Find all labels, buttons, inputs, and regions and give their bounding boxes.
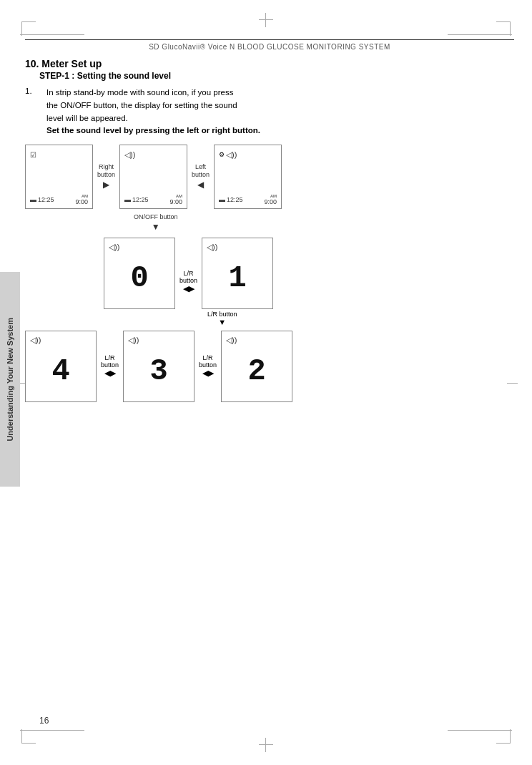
onoff-label-wrapper: ON/OFF button ▼ [131,213,514,233]
numbered-item-1: 1. In strip stand-by mode with sound ico… [25,87,514,137]
lcd-display-2: ◁)) ▬ 12:25 AM 9:00 [119,145,187,209]
corner-mark-tl [21,21,36,36]
top-rule-left [20,34,84,35]
header-title: SD GlucoNavii® Voice N BLOOD GLUCOSE MON… [25,43,514,51]
bottom-display-row: ◁)) 4 L/Rbutton ◀▶ ◁)) [25,331,514,402]
lcd-display-3: ⚙ ◁)) ▬ 12:25 AM 9:00 [214,145,282,209]
crosshair-bottom [259,738,273,752]
lr-text-3: L/Rbutton [199,354,217,369]
left-button-text: Leftbutton [192,163,210,180]
lcd-display-1: ☑ ▬ 12:25 AM 9:00 [25,145,93,209]
middle-display-row: ◁)) 0 L/Rbutton ◀▶ ◁)) [104,238,514,326]
section-heading: 10. Meter Set up [25,58,514,69]
left-button-label: Leftbutton ◀ [192,163,210,191]
lcd-time-right-2: 9:00 [170,198,183,205]
lr-label-3: L/Rbutton ◀▶ [199,354,217,378]
sound-icon-3: ◁)) [226,150,237,160]
gear-icon-3: ⚙ [219,151,225,158]
lr-label-1: L/Rbutton ◀▶ [179,270,197,293]
side-tab: Understanding Your New System [0,272,20,487]
top-display-row: ☑ ▬ 12:25 AM 9:00 [25,145,514,209]
item-text-line3: level will be appeared. [46,112,260,125]
item-number-1: 1. [25,87,41,137]
crosshair-top [259,13,273,27]
item-content-1: In strip stand-by mode with sound icon, … [46,87,260,137]
right-button-text: Rightbutton [97,163,115,180]
top-rule-right [448,34,512,35]
onoff-text: ON/OFF button [134,213,178,222]
lcd-time-right-1: 9:00 [75,198,88,205]
lcd-display-0: ◁)) 0 [104,238,175,309]
item-text-line2: the ON/OFF button, the display for setti… [46,99,260,112]
lcd-time-1: 12:25 [38,196,54,203]
lcd-bottom-1: ▬ 12:25 AM 9:00 [30,194,88,205]
lcd-time-2: 12:25 [132,196,149,203]
header-section: SD GlucoNavii® Voice N BLOOD GLUCOSE MON… [25,39,514,51]
lcd-display-3b: ◁)) 3 [123,331,194,402]
corner-mark-bl [21,729,36,744]
lcd-digit-0: 0 [109,251,170,306]
sub-heading: STEP-1 : Setting the sound level [39,71,514,81]
bottom-rule-left [20,730,84,731]
item-text-line4: Set the sound level by pressing the left… [46,125,260,137]
corner-mark-br [496,729,511,744]
battery-icon-3: ▬ [219,196,225,203]
check-icon-1: ☑ [30,151,36,159]
bottom-rule-right [448,730,512,731]
lr-arrow-icon-3: ◀▶ [202,369,214,378]
lr-text-below: L/R button [207,311,237,318]
lr-arrow-icon-2: ◀▶ [104,369,116,378]
lcd-display-1b: ◁)) 1 [202,238,273,309]
item-text-line1: In strip stand-by mode with sound icon, … [46,87,260,99]
side-tab-label: Understanding Your New System [6,318,14,442]
lr-label-below: L/R button ▼ [207,311,237,326]
lcd-bottom-2: ▬ 12:25 AM 9:00 [124,194,182,205]
diagrams-section: ☑ ▬ 12:25 AM 9:00 [25,145,514,401]
lcd-bottom-3: ▬ 12:25 AM 9:00 [219,194,277,205]
lr-text-2: L/Rbutton [101,354,119,369]
lcd-digit-1b: 1 [207,251,268,306]
page-number: 16 [39,716,49,726]
lr-label-2: L/Rbutton ◀▶ [101,354,119,378]
lr-text-1: L/Rbutton [179,270,197,284]
sound-icon-2: ◁)) [124,150,135,160]
right-arrow-icon: ▶ [103,180,109,191]
lcd-display-2b: ◁)) 2 [221,331,292,402]
lcd-display-4: ◁)) 4 [25,331,97,402]
lr-arrow-below-icon: ▼ [218,318,226,326]
left-arrow-icon: ◀ [197,180,204,191]
lcd-digit-4: 4 [30,344,92,399]
corner-mark-tr [496,21,511,36]
lr-arrow-icon-1: ◀▶ [183,284,194,293]
lcd-time-right-3: 9:00 [265,198,277,205]
battery-icon-2: ▬ [124,196,131,203]
lcd-time-3: 12:25 [227,196,243,203]
main-content: SD GlucoNavii® Voice N BLOOD GLUCOSE MON… [25,0,514,402]
battery-icon-1: ▬ [30,196,36,203]
onoff-label: ON/OFF button ▼ [134,213,178,233]
side-mark-right [507,383,518,384]
lcd-digit-3b: 3 [128,344,189,399]
right-button-label: Rightbutton ▶ [97,163,115,191]
lcd-digit-2b: 2 [226,344,287,399]
display-1-wrapper: ◁)) 1 L/R button ▼ [202,238,273,326]
onoff-arrow-icon: ▼ [152,222,160,233]
